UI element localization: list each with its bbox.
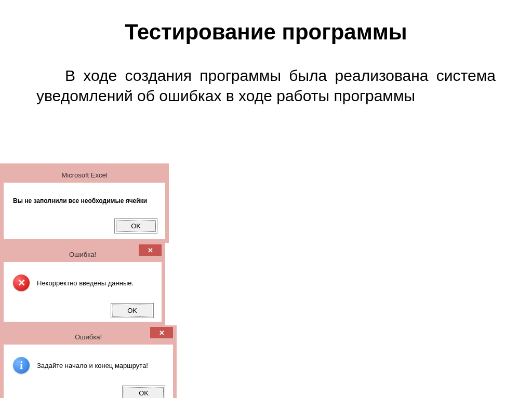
slide-title: Тестирование программы <box>0 0 532 45</box>
dialog-error-route-titlebar[interactable]: Ошибка! ✕ <box>4 329 173 345</box>
dialog-error-route-body: Задайте начало и конец маршрута! OK <box>4 345 173 398</box>
dialog-excel-ok-button[interactable]: OK <box>116 220 156 232</box>
dialog-excel-titlebar[interactable]: Microsoft Excel <box>4 167 165 183</box>
close-icon[interactable]: ✕ <box>150 327 173 338</box>
dialog-excel-message: Вы не заполнили все необходимые ячейки <box>13 197 147 204</box>
dialog-excel: Microsoft Excel Вы не заполнили все необ… <box>0 163 169 243</box>
dialog-error-data-titlebar[interactable]: Ошибка! ✕ <box>4 246 162 262</box>
dialog-error-route-ok-button[interactable]: OK <box>124 387 164 398</box>
dialog-excel-title: Microsoft Excel <box>61 171 107 179</box>
dialog-excel-body: Вы не заполнили все необходимые ячейки O… <box>4 183 165 239</box>
dialog-error-route-title: Ошибка! <box>75 333 102 341</box>
dialog-error-data: Ошибка! ✕ Некорректно введены данные. OK <box>0 243 165 325</box>
dialog-error-route: Ошибка! ✕ Задайте начало и конец маршрут… <box>0 325 177 398</box>
dialog-error-data-title: Ошибка! <box>69 251 96 258</box>
dialog-error-data-ok-button[interactable]: OK <box>112 305 152 317</box>
slide-body-text: В ходе создания программы была реализова… <box>0 45 532 106</box>
dialog-error-route-message: Задайте начало и конец маршрута! <box>37 362 148 369</box>
close-icon[interactable]: ✕ <box>139 244 162 256</box>
error-icon <box>13 275 30 291</box>
info-icon <box>13 357 30 374</box>
dialogs-area: Microsoft Excel Вы не заполнили все необ… <box>0 163 532 381</box>
dialog-error-data-body: Некорректно введены данные. OK <box>4 262 162 322</box>
dialog-error-data-message: Некорректно введены данные. <box>37 279 134 287</box>
